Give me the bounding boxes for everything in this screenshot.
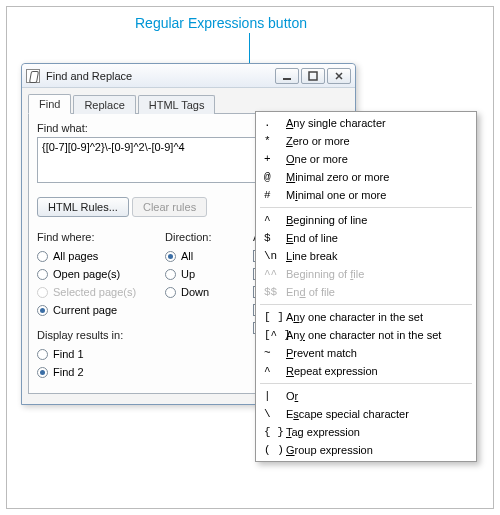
menu-item-symbol: #	[264, 189, 286, 201]
menu-item-3[interactable]: @Minimal zero or more	[258, 168, 474, 186]
radio-find1[interactable]: Find 1	[37, 345, 147, 363]
radio-all-pages[interactable]: All pages	[37, 247, 147, 265]
menu-item-symbol: [^ ]	[264, 329, 286, 341]
close-icon	[334, 71, 344, 81]
radio-dir-up[interactable]: Up	[165, 265, 235, 283]
app-icon	[26, 69, 40, 83]
find-where-label: Find where:	[37, 231, 147, 243]
radio-find1-label: Find 1	[53, 348, 84, 360]
menu-item-symbol: ( )	[264, 444, 286, 456]
menu-item-symbol: ^^	[264, 268, 286, 280]
menu-item-symbol: @	[264, 171, 286, 183]
menu-item-symbol: ^	[264, 214, 286, 226]
menu-item-text: One or more	[286, 153, 348, 165]
radio-open-pages-label: Open page(s)	[53, 268, 120, 280]
menu-item-2[interactable]: +One or more	[258, 150, 474, 168]
menu-item-symbol: +	[264, 153, 286, 165]
display-results-label: Display results in:	[37, 329, 147, 341]
svg-rect-0	[283, 78, 291, 80]
menu-item-symbol: $	[264, 232, 286, 244]
menu-item-0[interactable]: .Any single character	[258, 114, 474, 132]
titlebar: Find and Replace	[22, 64, 355, 88]
radio-selected-pages: Selected page(s)	[37, 283, 147, 301]
menu-item-6[interactable]: ^Beginning of line	[258, 211, 474, 229]
menu-item-symbol: *	[264, 135, 286, 147]
tab-html-tags[interactable]: HTML Tags	[138, 95, 216, 114]
annotation-label: Regular Expressions button	[135, 15, 307, 31]
svg-rect-1	[309, 72, 317, 80]
menu-item-text: Any one character not in the set	[286, 329, 441, 341]
menu-item-10: $$End of file	[258, 283, 474, 301]
radio-open-pages[interactable]: Open page(s)	[37, 265, 147, 283]
maximize-icon	[308, 71, 318, 81]
menu-item-15[interactable]: ^Repeat expression	[258, 362, 474, 380]
menu-item-symbol: |	[264, 390, 286, 402]
menu-item-text: Zero or more	[286, 135, 350, 147]
menu-item-text: End of line	[286, 232, 338, 244]
menu-separator	[260, 383, 472, 384]
radio-find2-label: Find 2	[53, 366, 84, 378]
regex-context-menu: .Any single character*Zero or more+One o…	[255, 111, 477, 462]
menu-item-text: Group expression	[286, 444, 373, 456]
menu-item-symbol: [ ]	[264, 311, 286, 323]
radio-find2[interactable]: Find 2	[37, 363, 147, 381]
menu-item-symbol: { }	[264, 426, 286, 438]
radio-dir-all-label: All	[181, 250, 193, 262]
radio-current-page-label: Current page	[53, 304, 117, 316]
minimize-button[interactable]	[275, 68, 299, 84]
menu-separator	[260, 304, 472, 305]
menu-item-symbol: ^	[264, 365, 286, 377]
menu-item-1[interactable]: *Zero or more	[258, 132, 474, 150]
menu-item-12[interactable]: [ ]Any one character in the set	[258, 308, 474, 326]
menu-item-symbol: $$	[264, 286, 286, 298]
menu-item-8[interactable]: \nLine break	[258, 247, 474, 265]
menu-item-text: Or	[286, 390, 298, 402]
radio-dir-all[interactable]: All	[165, 247, 235, 265]
menu-item-text: Any single character	[286, 117, 386, 129]
menu-item-text: Tag expression	[286, 426, 360, 438]
radio-dir-down[interactable]: Down	[165, 283, 235, 301]
menu-item-symbol: ~	[264, 347, 286, 359]
menu-item-text: Any one character in the set	[286, 311, 423, 323]
menu-item-text: Beginning of line	[286, 214, 367, 226]
menu-item-9: ^^Beginning of file	[258, 265, 474, 283]
radio-selected-pages-label: Selected page(s)	[53, 286, 136, 298]
menu-item-4[interactable]: #Minimal one or more	[258, 186, 474, 204]
menu-item-20[interactable]: ( )Group expression	[258, 441, 474, 459]
menu-item-symbol: \	[264, 408, 286, 420]
menu-item-14[interactable]: ~Prevent match	[258, 344, 474, 362]
direction-label: Direction:	[165, 231, 235, 243]
menu-item-17[interactable]: |Or	[258, 387, 474, 405]
menu-item-text: Minimal zero or more	[286, 171, 389, 183]
radio-dir-up-label: Up	[181, 268, 195, 280]
menu-item-text: End of file	[286, 286, 335, 298]
window-title: Find and Replace	[46, 70, 273, 82]
html-rules-button[interactable]: HTML Rules...	[37, 197, 129, 217]
radio-all-pages-label: All pages	[53, 250, 98, 262]
tab-find[interactable]: Find	[28, 94, 71, 114]
menu-item-text: Repeat expression	[286, 365, 378, 377]
menu-item-text: Escape special character	[286, 408, 409, 420]
close-button[interactable]	[327, 68, 351, 84]
menu-item-13[interactable]: [^ ]Any one character not in the set	[258, 326, 474, 344]
menu-item-18[interactable]: \Escape special character	[258, 405, 474, 423]
minimize-icon	[282, 71, 292, 81]
menu-item-text: Prevent match	[286, 347, 357, 359]
menu-separator	[260, 207, 472, 208]
radio-current-page[interactable]: Current page	[37, 301, 147, 319]
menu-item-symbol: .	[264, 117, 286, 129]
tab-replace[interactable]: Replace	[73, 95, 135, 114]
menu-item-symbol: \n	[264, 250, 286, 262]
menu-item-text: Line break	[286, 250, 337, 262]
menu-item-text: Minimal one or more	[286, 189, 386, 201]
menu-item-text: Beginning of file	[286, 268, 364, 280]
radio-dir-down-label: Down	[181, 286, 209, 298]
menu-item-19[interactable]: { }Tag expression	[258, 423, 474, 441]
clear-rules-button: Clear rules	[132, 197, 207, 217]
menu-item-7[interactable]: $End of line	[258, 229, 474, 247]
maximize-button[interactable]	[301, 68, 325, 84]
